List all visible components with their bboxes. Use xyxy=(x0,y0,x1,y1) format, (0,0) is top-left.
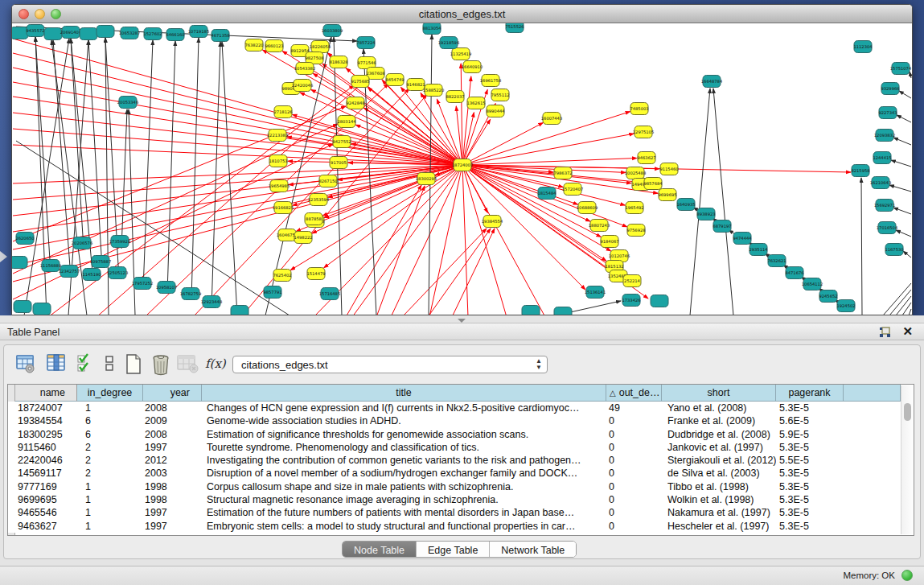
column-header-name[interactable]: name xyxy=(15,385,77,402)
citation-edge-black[interactable] xyxy=(143,40,153,290)
vertical-scrollbar[interactable] xyxy=(901,385,913,534)
cell-title[interactable]: Estimation of significance thresholds fo… xyxy=(202,428,606,441)
cell-title[interactable]: Embryonic stem cells: a model to study s… xyxy=(202,520,606,533)
column-header-out_de…[interactable]: △out_de… xyxy=(606,385,662,402)
cell-in_degree[interactable]: 2 xyxy=(77,441,143,454)
cell-pagerank[interactable]: 5.6E-5 xyxy=(776,414,844,427)
cell-name[interactable]: 22420046 xyxy=(15,454,77,467)
graph-node[interactable]: 7632621 xyxy=(767,255,786,267)
cell-gutter[interactable] xyxy=(844,441,901,454)
network-canvas[interactable]: 7638220966012389129541822605898275088186… xyxy=(12,23,912,315)
graph-node[interactable]: 20691406 xyxy=(60,27,81,39)
citation-edge-black[interactable] xyxy=(861,178,862,315)
rows-icon[interactable] xyxy=(104,353,115,374)
graph-node[interactable]: 6466160 xyxy=(166,29,184,41)
graph-node-selected[interactable]: 9175685 xyxy=(351,76,369,88)
graph-node-selected[interactable]: 7986372 xyxy=(553,167,572,179)
graph-node[interactable]: 20206576 xyxy=(72,237,92,249)
citation-edge-black[interactable] xyxy=(896,230,911,237)
cell-short[interactable]: Jankovic et al. (1997) xyxy=(662,441,776,454)
citation-edge-black[interactable] xyxy=(191,38,199,300)
cell-out_de…[interactable]: 49 xyxy=(606,402,662,414)
cell-in_degree[interactable]: 1 xyxy=(77,480,143,493)
graph-node-selected[interactable]: 16640910 xyxy=(462,61,483,73)
graph-node-selected[interactable]: 252214 xyxy=(623,275,641,287)
column-header-year[interactable]: year xyxy=(143,385,202,402)
citation-edge-red[interactable] xyxy=(462,165,545,315)
select-all-checks-icon[interactable] xyxy=(76,353,94,374)
function-builder-icon[interactable]: f(x) xyxy=(205,356,226,371)
cell-gutter[interactable] xyxy=(8,493,15,506)
graph-node[interactable] xyxy=(44,28,62,40)
citation-edge-black[interactable] xyxy=(893,138,911,145)
graph-node[interactable] xyxy=(97,26,114,38)
citation-edge-black[interactable] xyxy=(893,208,911,214)
graph-node-selected[interactable]: 8454749 xyxy=(385,74,404,86)
cell-year[interactable]: 2003 xyxy=(143,467,202,480)
cell-name[interactable]: 9777169 xyxy=(15,480,77,493)
graph-node[interactable]: 16210643 xyxy=(870,177,891,189)
graph-node-selected[interactable]: 7485003 xyxy=(630,103,648,115)
graph-node[interactable]: 16033809 xyxy=(322,25,343,37)
tab-network-table[interactable]: Network Table xyxy=(490,542,576,558)
table-row[interactable]: 1456911722003Disruption of a novel membe… xyxy=(8,467,907,480)
scrollbar-thumb[interactable] xyxy=(904,403,911,421)
cell-name[interactable]: 9465546 xyxy=(15,506,77,519)
graph-node[interactable]: 7857224 xyxy=(356,37,376,49)
graph-node[interactable] xyxy=(33,303,51,315)
cell-in_degree[interactable]: 1 xyxy=(77,402,143,414)
cell-gutter[interactable] xyxy=(8,428,15,441)
cell-in_degree[interactable]: 1 xyxy=(77,520,143,533)
graph-node[interactable]: 9435572 xyxy=(26,25,44,37)
citation-edge-red[interactable] xyxy=(363,108,462,165)
graph-node-selected[interactable]: 10543382 xyxy=(294,63,315,75)
cell-pagerank[interactable]: 5.3E-5 xyxy=(776,467,844,480)
cell-year[interactable]: 2009 xyxy=(143,414,202,427)
graph-node-selected[interactable]: 12353594 xyxy=(308,194,330,206)
graph-node[interactable]: 8938923 xyxy=(696,208,715,220)
graph-node-selected[interactable]: 19384554 xyxy=(482,216,503,228)
graph-node[interactable]: 17957252 xyxy=(132,278,153,290)
cell-in_degree[interactable]: 2 xyxy=(77,454,143,467)
citation-edge-black[interactable] xyxy=(909,309,911,315)
cell-out_de…[interactable]: 0 xyxy=(606,520,662,533)
close-panel-icon[interactable]: ✕ xyxy=(902,325,913,338)
cell-short[interactable]: de Silva et al. (2003) xyxy=(662,467,776,480)
graph-node[interactable] xyxy=(12,257,27,269)
cell-short[interactable]: Franke et al. (2009) xyxy=(662,414,776,427)
graph-node-selected[interactable]: 15720407 xyxy=(562,183,583,196)
table-row[interactable]: 1872400712008Changes of HCN gene express… xyxy=(8,402,907,414)
graph-node[interactable]: 8215958 xyxy=(851,165,869,177)
cell-gutter[interactable] xyxy=(844,506,901,519)
cell-in_degree[interactable]: 6 xyxy=(77,428,143,441)
cell-gutter[interactable] xyxy=(8,480,15,493)
graph-node[interactable]: 9227343 xyxy=(878,107,897,119)
graph-node-selected[interactable]: 9184067 xyxy=(600,236,618,248)
graph-node[interactable] xyxy=(80,28,97,40)
cell-year[interactable]: 2012 xyxy=(143,454,202,467)
cell-year[interactable]: 1997 xyxy=(143,441,202,454)
select-column-icon[interactable] xyxy=(46,353,67,374)
graph-node[interactable] xyxy=(14,301,31,313)
citation-edge-red[interactable] xyxy=(462,113,474,165)
graph-node-selected[interactable]: 9463627 xyxy=(637,152,655,164)
graph-node[interactable]: 1924502 xyxy=(836,300,855,312)
citation-edge-black[interactable] xyxy=(883,283,911,315)
cell-name[interactable]: 9699695 xyxy=(15,493,77,506)
cell-title[interactable]: Estimation of the future numbers of pati… xyxy=(202,506,606,519)
citation-edge-red[interactable] xyxy=(462,165,601,237)
cell-short[interactable]: Nakamura et al. (1997) xyxy=(662,506,776,519)
graph-node-selected[interactable]: 9115460 xyxy=(659,163,678,175)
cell-gutter[interactable] xyxy=(844,454,901,467)
graph-node-selected[interactable]: 2803144 xyxy=(337,116,356,128)
citation-edge-red[interactable] xyxy=(462,158,637,165)
graph-node-selected[interactable]: 12213383 xyxy=(267,130,288,142)
cell-year[interactable]: 2008 xyxy=(143,402,202,414)
cell-in_degree[interactable]: 1 xyxy=(77,493,143,506)
citation-edge-black[interactable] xyxy=(897,115,911,122)
graph-node-selected[interactable]: 1498222 xyxy=(294,232,312,244)
graph-node[interactable]: 2620650 xyxy=(15,233,34,245)
cell-gutter[interactable] xyxy=(8,520,15,533)
citation-edge-black[interactable] xyxy=(910,72,911,78)
hub-node[interactable]: 18724007 xyxy=(452,159,473,171)
